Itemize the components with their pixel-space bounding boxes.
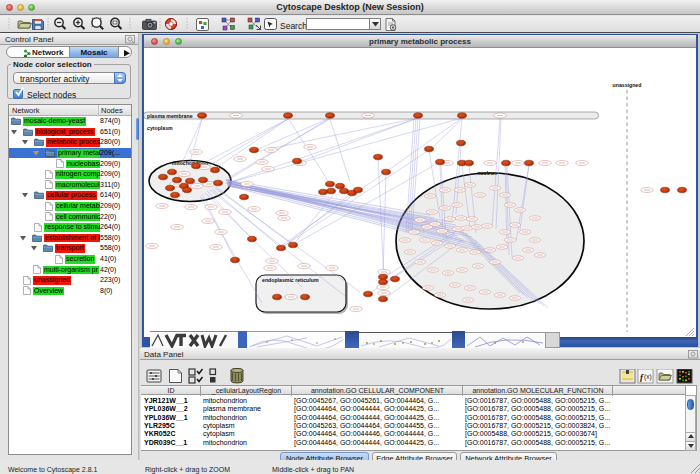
svg-text:unassigned: unassigned xyxy=(613,82,642,88)
svg-text:endoplasmic reticulum: endoplasmic reticulum xyxy=(262,277,319,283)
svg-text:nucleus: nucleus xyxy=(477,170,497,176)
svg-text:plasma membrane: plasma membrane xyxy=(147,113,193,119)
svg-text:cytoplasm: cytoplasm xyxy=(147,125,173,131)
svg-text:(x): (x) xyxy=(644,373,652,381)
